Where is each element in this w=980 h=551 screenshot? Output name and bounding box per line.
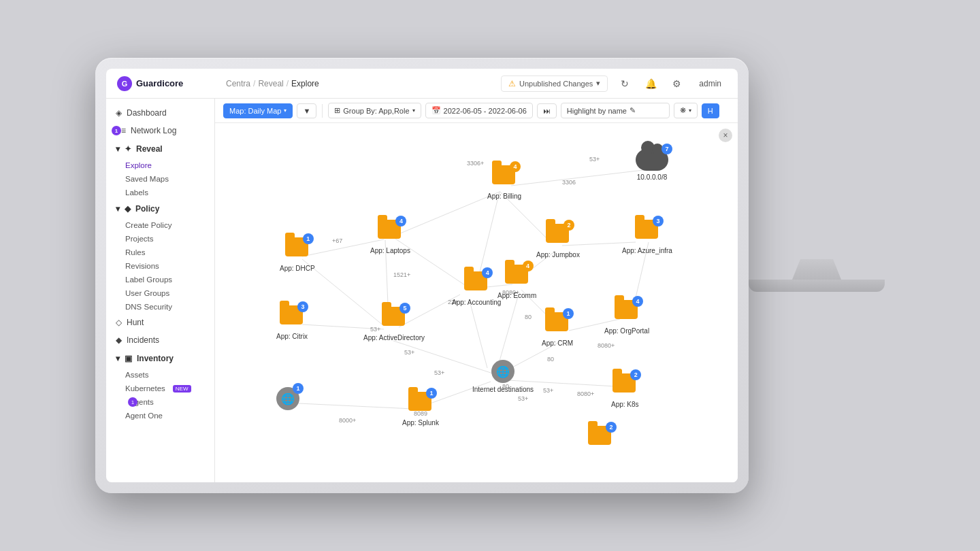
activedir-badge: 5: [399, 303, 410, 314]
node-laptops[interactable]: 4 App: Laptops: [370, 220, 410, 254]
highlight-input-btn[interactable]: Highlight by name ✎: [561, 103, 670, 118]
node-activedir[interactable]: 5 App: ActiveDirectory: [363, 307, 425, 341]
skip-button[interactable]: ⏭: [537, 103, 557, 118]
sidebar-item-incidents[interactable]: ◆ Incidents: [106, 331, 214, 349]
sidebar-item-dashboard[interactable]: ◈ Dashboard: [106, 104, 214, 122]
node-bottom-right[interactable]: 2: [588, 426, 612, 450]
node-citrix[interactable]: 3 App: Citrix: [276, 305, 308, 340]
sidebar-section-inventory[interactable]: ▾ ▣ Inventory: [106, 349, 214, 368]
node-ecomm[interactable]: 4 App: Ecomm: [497, 265, 536, 299]
warning-icon: ⚠: [508, 79, 516, 88]
node-orgportal[interactable]: 4 App: OrgPortal: [604, 300, 649, 335]
inventory-collapse-icon: ▾: [116, 354, 120, 363]
citrix-badge: 3: [297, 301, 308, 312]
policy-icon: ◆: [125, 204, 131, 214]
topbar-actions: ⚠ Unpublished Changes ▾ ↻ 🔔 ⚙ admin: [501, 75, 727, 93]
logo-area: G Guardicore: [117, 76, 226, 91]
node-dhcp[interactable]: 1 App: DHCP: [280, 237, 315, 272]
edge-label-3306: 3306+: [467, 160, 484, 167]
node-internet[interactable]: 🌐 Internet destinations: [472, 360, 534, 393]
node-accounting[interactable]: 4 App: Accounting: [452, 271, 501, 306]
reveal-icon: ✦: [125, 144, 131, 154]
bottom-right-badge: 2: [606, 422, 617, 433]
agents-badge: 1: [128, 397, 137, 407]
dhcp-badge: 1: [303, 233, 314, 244]
cloud-badge: 7: [662, 144, 672, 154]
edit-icon: ✎: [630, 106, 636, 115]
breadcrumb-explore[interactable]: Explore: [291, 79, 319, 88]
unpublished-changes-button[interactable]: ⚠ Unpublished Changes ▾: [501, 76, 608, 92]
logo-text: Guardicore: [136, 78, 183, 88]
group-label: Group By: App,Role: [343, 107, 409, 115]
network-log-icon: ≡: [121, 126, 126, 135]
node-billing[interactable]: 4 App: Billing: [487, 165, 521, 200]
sidebar-item-labels[interactable]: Labels: [125, 186, 214, 199]
stand-neck: [789, 259, 844, 280]
breadcrumb-sep-1: /: [253, 79, 255, 88]
sidebar-item-revisions[interactable]: Revisions: [125, 259, 214, 273]
unpublished-label: Unpublished Changes: [519, 80, 593, 88]
toolbar-separator-1: [322, 104, 323, 118]
map-area: 3306+ 53+ 3306 +67 1521+ 8080+ 22+ 53+ 5…: [215, 123, 738, 482]
bell-button[interactable]: 🔔: [642, 75, 659, 93]
sidebar-item-network-log[interactable]: 1 ≡ Network Log: [106, 122, 214, 139]
cluster-button[interactable]: ❋ ▾: [674, 103, 698, 118]
sidebar-item-dns-security[interactable]: DNS Security: [125, 300, 214, 314]
globe2-badge: 1: [293, 383, 304, 394]
sidebar-item-agent-one[interactable]: Agent One: [125, 409, 214, 422]
settings-button[interactable]: ⚙: [668, 75, 685, 93]
filter-button[interactable]: ▼: [297, 103, 316, 118]
map-label: Map: Daily Map: [229, 107, 281, 115]
sidebar-item-create-policy[interactable]: Create Policy: [125, 218, 214, 232]
citrix-label: App: Citrix: [276, 333, 308, 340]
sidebar-section-policy[interactable]: ▾ ◆ Policy: [106, 199, 214, 218]
azure-badge: 3: [653, 216, 664, 227]
ecomm-label: App: Ecomm: [497, 292, 536, 299]
hunt-icon: ◇: [116, 318, 122, 327]
edge-label-53-4: 53+: [543, 387, 553, 394]
node-jumpbox[interactable]: 2 App: Jumpbox: [536, 224, 580, 258]
sidebar-item-agents[interactable]: 1 Agents: [125, 395, 214, 409]
network-log-badge: 1: [112, 126, 121, 135]
incidents-icon: ◆: [116, 335, 122, 345]
refresh-button[interactable]: ↻: [616, 75, 634, 93]
node-splunk[interactable]: 1 App: Splunk: [402, 392, 439, 427]
admin-label: admin: [693, 79, 727, 88]
sidebar-item-hunt[interactable]: ◇ Hunt: [106, 314, 214, 331]
date-range-button[interactable]: 📅 2022-06-05 - 2022-06-06: [425, 103, 533, 118]
topbar: G Guardicore Centra / Reveal / Explore ⚠…: [106, 69, 738, 99]
edge-label-8000: 8000+: [339, 417, 356, 424]
sidebar-item-projects[interactable]: Projects: [125, 232, 214, 246]
h-button[interactable]: H: [702, 103, 719, 118]
sidebar-item-user-groups[interactable]: User Groups: [125, 286, 214, 300]
edge-label-67: +67: [332, 237, 342, 244]
map-daily-map-button[interactable]: Map: Daily Map ▾: [223, 103, 293, 118]
node-azure[interactable]: 3 App: Azure_infra: [622, 220, 672, 254]
node-k8s[interactable]: 2 App: K8s: [611, 373, 639, 408]
breadcrumb-centra[interactable]: Centra: [226, 79, 250, 88]
node-cloud[interactable]: 7 10.0.0.0/8: [636, 149, 668, 181]
reveal-collapse-icon: ▾: [116, 144, 120, 154]
sidebar-item-kubernetes[interactable]: Kubernetes NEW: [125, 382, 214, 395]
svg-line-2: [511, 169, 649, 186]
sidebar-item-saved-maps[interactable]: Saved Maps: [125, 172, 214, 186]
skip-icon: ⏭: [543, 107, 551, 115]
sidebar-section-reveal[interactable]: ▾ ✦ Reveal: [106, 139, 214, 158]
node-crm[interactable]: 1 App: CRM: [542, 312, 573, 347]
dashboard-icon: ◈: [116, 108, 122, 118]
group-by-button[interactable]: ⊞ Group By: App,Role ▾: [328, 103, 421, 118]
edge-label-8080-2: 8080+: [598, 342, 615, 349]
accounting-label: App: Accounting: [452, 299, 501, 306]
accounting-badge: 4: [482, 267, 493, 278]
breadcrumb-reveal[interactable]: Reveal: [258, 79, 283, 88]
calendar-icon: 📅: [431, 106, 441, 115]
node-globe2[interactable]: 🌐 1: [276, 387, 299, 410]
crm-badge: 1: [563, 308, 574, 319]
sidebar-item-label-groups[interactable]: Label Groups: [125, 273, 214, 286]
sidebar-item-explore[interactable]: Explore: [125, 158, 214, 172]
sidebar-item-rules[interactable]: Rules: [125, 246, 214, 259]
edge-label-53-3: 53+: [434, 369, 444, 376]
map-close-button[interactable]: ×: [719, 129, 732, 142]
cluster-chevron: ▾: [689, 107, 691, 114]
sidebar-item-assets[interactable]: Assets: [125, 368, 214, 382]
